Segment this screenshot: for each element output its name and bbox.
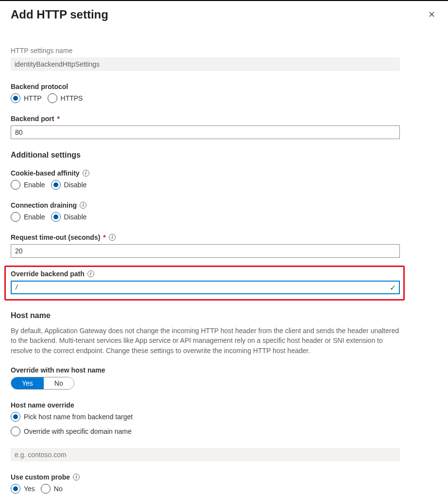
additional-settings-heading: Additional settings	[11, 151, 437, 160]
draining-disable-radio[interactable]: Disable	[51, 212, 87, 222]
info-icon[interactable]: i	[73, 474, 80, 480]
override-host-toggle[interactable]: Yes No	[11, 377, 74, 390]
field-backend-protocol: Backend protocol HTTP HTTPS	[11, 83, 437, 103]
protocol-http-radio[interactable]: HTTP	[11, 93, 42, 103]
info-icon[interactable]: i	[80, 202, 86, 209]
affinity-disable-radio[interactable]: Disable	[51, 180, 87, 190]
field-backend-port: Backend port *	[11, 115, 437, 139]
radio-icon	[48, 93, 57, 103]
info-icon[interactable]: i	[109, 234, 116, 241]
radio-icon	[11, 93, 20, 103]
hostname-pick-radio[interactable]: Pick host name from backend target	[11, 412, 437, 422]
radio-icon	[11, 412, 20, 422]
backend-port-label: Backend port *	[11, 115, 437, 123]
affinity-enable-label: Enable	[24, 181, 45, 189]
field-cookie-affinity: Cookie-based affinity i Enable Disable	[11, 169, 437, 190]
info-icon[interactable]: i	[83, 170, 89, 177]
hostname-pick-label: Pick host name from backend target	[24, 413, 133, 421]
info-icon[interactable]: i	[87, 270, 94, 277]
close-icon[interactable]: ✕	[426, 8, 437, 21]
custom-probe-no-radio[interactable]: No	[41, 484, 63, 494]
settings-name-input	[11, 57, 400, 71]
protocol-http-label: HTTP	[24, 94, 42, 102]
backend-port-input[interactable]	[11, 125, 400, 139]
hostname-override-label: Host name override	[11, 401, 437, 409]
radio-icon	[51, 212, 61, 222]
required-indicator: *	[103, 233, 105, 241]
radio-icon	[11, 484, 20, 494]
timeout-input[interactable]	[11, 244, 400, 258]
settings-name-label: HTTP settings name	[11, 47, 437, 54]
custom-probe-yes-label: Yes	[24, 485, 35, 493]
custom-probe-yes-radio[interactable]: Yes	[11, 484, 35, 494]
backend-protocol-label: Backend protocol	[11, 83, 437, 90]
override-path-highlight: Override backend path i ✓	[4, 266, 405, 301]
draining-enable-label: Enable	[24, 213, 45, 221]
field-settings-name: HTTP settings name	[11, 47, 437, 71]
field-domain	[11, 448, 437, 462]
hostname-help-text: By default, Application Gateway does not…	[11, 326, 402, 356]
override-host-label: Override with new host name	[11, 366, 437, 374]
radio-icon	[11, 212, 20, 222]
required-indicator: *	[57, 115, 59, 123]
affinity-enable-radio[interactable]: Enable	[11, 180, 45, 190]
override-path-label: Override backend path i	[11, 270, 398, 278]
panel-header: Add HTTP setting ✕	[11, 8, 437, 21]
hostname-heading: Host name	[11, 311, 437, 320]
protocol-https-radio[interactable]: HTTPS	[48, 93, 83, 103]
field-override-host: Override with new host name Yes No	[11, 366, 437, 390]
override-host-yes[interactable]: Yes	[11, 377, 44, 389]
affinity-disable-label: Disable	[64, 181, 87, 189]
domain-input	[11, 448, 400, 462]
radio-icon	[11, 427, 20, 436]
protocol-https-label: HTTPS	[61, 94, 83, 102]
radio-icon	[41, 484, 51, 494]
draining-enable-radio[interactable]: Enable	[11, 212, 45, 222]
hostname-specific-label: Override with specific domain name	[24, 427, 132, 435]
radio-icon	[51, 180, 61, 190]
hostname-specific-radio[interactable]: Override with specific domain name	[11, 427, 437, 436]
field-custom-probe: Use custom probe i Yes No	[11, 473, 437, 494]
draining-disable-label: Disable	[64, 213, 87, 221]
radio-icon	[11, 180, 20, 190]
checkmark-icon: ✓	[390, 283, 396, 292]
custom-probe-label: Use custom probe i	[11, 473, 437, 481]
field-connection-draining: Connection draining i Enable Disable	[11, 201, 437, 222]
cookie-affinity-label: Cookie-based affinity i	[11, 169, 437, 177]
field-hostname-override: Host name override Pick host name from b…	[11, 401, 437, 436]
override-path-input[interactable]	[11, 281, 400, 294]
panel-title: Add HTTP setting	[11, 8, 108, 21]
draining-label: Connection draining i	[11, 201, 437, 209]
custom-probe-no-label: No	[54, 485, 63, 493]
timeout-label: Request time-out (seconds) * i	[11, 233, 437, 241]
override-host-no[interactable]: No	[44, 377, 74, 389]
field-request-timeout: Request time-out (seconds) * i	[11, 233, 437, 258]
